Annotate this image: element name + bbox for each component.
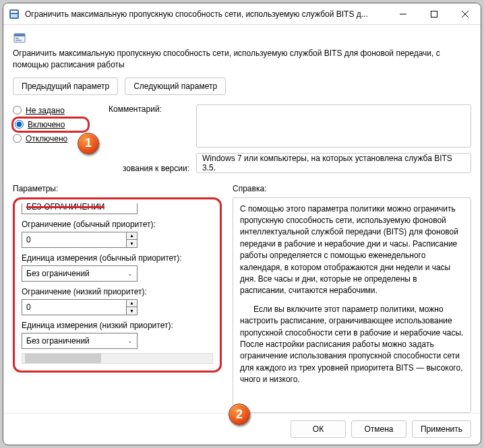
top-select[interactable]: БЕЗ ОГРАНИЧЕНИЙ	[22, 203, 138, 214]
radio-disabled-label: Отключено	[26, 134, 67, 143]
svg-rect-9	[16, 38, 19, 39]
titlebar: Ограничить максимальную пропускную спосо…	[3, 3, 481, 25]
nav-row: Предыдущий параметр Следующий параметр	[13, 77, 471, 95]
help-paragraph-2: Если вы включите этот параметр политики,…	[240, 304, 464, 386]
help-box[interactable]: С помощью этого параметра политики можно…	[233, 197, 471, 413]
next-setting-button[interactable]: Следующий параметр	[125, 77, 226, 95]
policy-description: Ограничить максимальную пропускную спосо…	[13, 48, 471, 71]
content: Ограничить максимальную пропускную спосо…	[3, 25, 481, 413]
lower-row: Параметры: БЕЗ ОГРАНИЧЕНИЙ Ограничение (…	[13, 184, 471, 413]
version-box: Windows 7 или компьютеры, на которых уст…	[196, 153, 471, 173]
svg-rect-8	[14, 34, 25, 36]
minimize-button[interactable]	[388, 3, 419, 25]
params-hscrollbar[interactable]	[22, 353, 213, 364]
radio-disabled-input[interactable]	[13, 134, 22, 143]
limit-normal-field[interactable]	[22, 232, 126, 247]
limit-low-label: Ограничение (низкий приоритет):	[22, 287, 213, 296]
previous-setting-button[interactable]: Предыдущий параметр	[13, 77, 118, 95]
version-label: зования к версии:	[109, 164, 189, 173]
params-box: БЕЗ ОГРАНИЧЕНИЙ Ограничение (обычный при…	[13, 197, 222, 373]
unit-normal-label: Единица измерения (обычный приоритет):	[22, 253, 213, 263]
page-icon	[13, 32, 26, 45]
labels-col: Комментарий: зования к версии:	[109, 104, 189, 174]
policy-dialog: Ограничить максимальную пропускную спосо…	[3, 3, 481, 445]
cancel-button[interactable]: Отмена	[351, 420, 406, 438]
limit-low-field[interactable]	[22, 300, 126, 315]
help-column: Справка: С помощью этого параметра полит…	[233, 184, 471, 413]
maximize-button[interactable]	[419, 3, 450, 25]
radio-enabled-input[interactable]	[15, 120, 24, 129]
chevron-down-icon: ⌄	[127, 270, 133, 277]
ok-button[interactable]: ОК	[291, 420, 346, 438]
comment-label: Комментарий:	[109, 104, 189, 114]
help-paragraph-1: С помощью этого параметра политики можно…	[240, 203, 464, 297]
params-label: Параметры:	[13, 184, 222, 193]
app-icon	[9, 9, 20, 20]
params-column: Параметры: БЕЗ ОГРАНИЧЕНИЙ Ограничение (…	[13, 184, 222, 413]
limit-normal-spinner[interactable]: ▲▼	[126, 232, 137, 247]
radio-not-configured[interactable]: Не задано	[13, 104, 102, 117]
callout-1: 1	[78, 133, 99, 154]
radio-not-configured-label: Не задано	[26, 106, 65, 115]
fields-col: Windows 7 или компьютеры, на которых уст…	[196, 104, 471, 174]
comment-textarea[interactable]	[196, 104, 471, 148]
svg-rect-10	[16, 40, 22, 41]
svg-rect-2	[11, 14, 18, 18]
unit-low-label: Единица измерения (низкий приоритет):	[22, 321, 213, 330]
radio-enabled-row: Включено	[13, 117, 102, 133]
unit-low-select[interactable]: Без ограничений ⌄	[22, 333, 138, 349]
svg-rect-1	[11, 11, 18, 13]
limit-low-spinner[interactable]: ▲▼	[126, 300, 137, 315]
unit-normal-select[interactable]: Без ограничений ⌄	[22, 265, 138, 282]
params-scroll[interactable]: БЕЗ ОГРАНИЧЕНИЙ Ограничение (обычный при…	[22, 203, 213, 364]
limit-low-input[interactable]: ▲▼	[22, 299, 138, 315]
radio-enabled-label: Включено	[28, 120, 65, 129]
chevron-down-icon: ⌄	[127, 338, 133, 344]
limit-normal-input[interactable]: ▲▼	[22, 232, 138, 248]
radio-not-configured-input[interactable]	[13, 106, 22, 115]
callout-2: 2	[229, 404, 250, 425]
radio-enabled[interactable]: Включено	[11, 117, 90, 133]
window-title: Ограничить максимальную пропускную спосо…	[25, 9, 388, 19]
state-radios: Не задано Включено Отключено 1	[13, 104, 102, 174]
close-button[interactable]	[450, 3, 481, 25]
mid-row: Не задано Включено Отключено 1 Комментар…	[13, 104, 471, 174]
apply-button[interactable]: Применить	[412, 420, 471, 438]
help-label: Справка:	[233, 184, 471, 193]
version-text: Windows 7 или компьютеры, на которых уст…	[202, 154, 465, 172]
svg-rect-4	[431, 11, 437, 17]
limit-normal-label: Ограничение (обычный приоритет):	[22, 220, 213, 229]
